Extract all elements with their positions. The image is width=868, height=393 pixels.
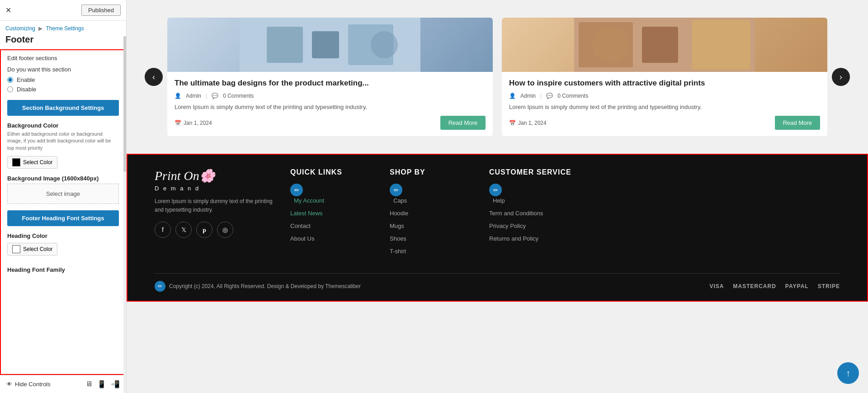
blog-prev-button[interactable]: ‹	[145, 68, 163, 86]
blog-card-2-date: 📅 Jan 1, 2024	[509, 120, 547, 126]
cs-help[interactable]: ✏ Help	[489, 184, 625, 204]
quick-link-latest-news[interactable]: Latest News	[290, 209, 381, 217]
shop-by-title: SHOP BY	[390, 168, 480, 176]
mobile-icon[interactable]: 📲	[111, 380, 120, 388]
quick-link-contact-label[interactable]: Contact	[290, 223, 311, 229]
svg-point-4	[371, 31, 398, 58]
footer-shop-by-col: SHOP BY ✏ Caps Hoodie Mugs Shoes	[390, 168, 480, 260]
quick-link-about-us-label[interactable]: About Us	[290, 235, 314, 242]
quick-link-my-account-label[interactable]: My Account	[294, 197, 324, 204]
comments-icon-2: 💬	[546, 93, 553, 99]
disable-radio-label[interactable]: Disable	[7, 86, 119, 93]
shop-by-shoes[interactable]: Shoes	[390, 234, 480, 242]
shop-by-hoodie-label[interactable]: Hoodie	[390, 210, 408, 217]
heading-font-label: Heading Font Family	[7, 266, 119, 273]
shop-by-tshirt-label[interactable]: T-shirt	[390, 248, 406, 255]
enable-disable-group: Enable Disable	[7, 76, 119, 93]
footer-desc: Lorem Ipsum is simply dummy text of the …	[155, 197, 281, 214]
scrollbar[interactable]	[123, 36, 126, 393]
blog-card-1: The ultimate bag designs for the product…	[167, 18, 493, 136]
blog-card-2: How to inspire customers with attractive…	[502, 18, 827, 136]
enable-label: Enable	[17, 76, 35, 83]
pinterest-icon[interactable]: 𝐩	[196, 222, 212, 238]
shop-by-list: ✏ Caps Hoodie Mugs Shoes T-shirt	[390, 184, 480, 255]
eye-icon: 👁	[6, 381, 12, 388]
tablet-icon[interactable]: 📱	[97, 380, 106, 388]
blog-card-1-comments: 0 Comments	[223, 93, 254, 99]
breadcrumb: Customizing ▶ Theme Settings	[0, 21, 126, 33]
cs-terms-label[interactable]: Term and Conditions	[489, 210, 543, 217]
blog-card-2-footer: 📅 Jan 1, 2024 Read More	[509, 116, 820, 130]
blog-next-button[interactable]: ›	[832, 68, 850, 86]
shop-by-tshirt[interactable]: T-shirt	[390, 247, 480, 255]
customer-service-title: CUSTOMER SERVICE	[489, 168, 625, 176]
shop-by-caps[interactable]: ✏ Caps	[390, 184, 480, 204]
footer-logo-sub: D e m a n d	[155, 185, 281, 192]
read-more-button-1[interactable]: Read More	[440, 116, 486, 130]
help-icon: ✏	[489, 184, 502, 196]
quick-link-my-account[interactable]: ✏ My Account	[290, 184, 381, 204]
svg-rect-8	[692, 20, 750, 70]
cs-returns-label[interactable]: Returns and Policy	[489, 235, 538, 242]
blog-img-placeholder-2	[502, 18, 827, 72]
cs-terms[interactable]: Term and Conditions	[489, 209, 625, 217]
published-button[interactable]: Published	[81, 5, 121, 16]
select-image-button[interactable]: Select image	[7, 184, 119, 204]
blog-card-1-meta: 👤 Admin | 💬 0 Comments	[175, 93, 486, 99]
color-swatch-1	[12, 158, 20, 166]
enable-radio[interactable]	[7, 77, 13, 83]
panel-top-bar: ✕ Published	[0, 0, 126, 21]
breadcrumb-theme-settings[interactable]: Theme Settings	[46, 25, 84, 32]
blog-card-1-author: Admin	[186, 93, 201, 99]
facebook-icon[interactable]: f	[155, 222, 171, 238]
cs-returns[interactable]: Returns and Policy	[489, 234, 625, 242]
instagram-icon[interactable]: ◎	[217, 222, 233, 238]
select-color-button-1[interactable]: Select Color	[7, 156, 57, 169]
left-panel: ✕ Published Customizing ▶ Theme Settings…	[0, 0, 127, 393]
shop-by-hoodie[interactable]: Hoodie	[390, 209, 480, 217]
payment-paypal: PAYPAL	[785, 283, 809, 289]
disable-label: Disable	[17, 86, 36, 93]
shop-by-mugs-label[interactable]: Mugs	[390, 223, 404, 229]
blog-card-2-body: How to inspire customers with attractive…	[502, 72, 827, 136]
breadcrumb-customizing[interactable]: Customizing	[5, 25, 35, 32]
copyright-text: Copyright (c) 2024, All Rights Reserved.…	[169, 283, 361, 289]
blog-card-1-image	[167, 18, 493, 72]
cs-help-label[interactable]: Help	[493, 197, 505, 204]
calendar-icon-2: 📅	[509, 120, 516, 126]
quick-link-latest-news-label[interactable]: Latest News	[290, 210, 323, 217]
shop-by-caps-label[interactable]: Caps	[393, 197, 407, 204]
select-color-button-2[interactable]: Select Color	[7, 243, 57, 256]
fab-button[interactable]: ↑	[837, 362, 859, 384]
shop-by-shoes-label[interactable]: Shoes	[390, 235, 406, 242]
desktop-icon[interactable]: 🖥	[85, 380, 93, 388]
panel-title: Footer	[0, 33, 126, 49]
quick-link-about-us[interactable]: About Us	[290, 234, 381, 242]
read-more-button-2[interactable]: Read More	[775, 116, 820, 130]
cs-privacy[interactable]: Privacy Policy	[489, 222, 625, 230]
footer-heading-font-button[interactable]: Footer Heading Font Settings	[7, 210, 119, 226]
logo-flower: 🌸	[199, 169, 215, 183]
close-button[interactable]: ✕	[5, 6, 11, 14]
shop-by-mugs[interactable]: Mugs	[390, 222, 480, 230]
blog-card-2-comments: 0 Comments	[557, 93, 588, 99]
disable-radio[interactable]	[7, 86, 13, 92]
svg-rect-1	[267, 27, 303, 63]
blog-card-2-desc: Lorem Ipsum is simply dummy text of the …	[509, 104, 820, 110]
section-question: Do you want this section	[7, 66, 119, 73]
blog-img-placeholder-1	[167, 18, 493, 72]
enable-radio-label[interactable]: Enable	[7, 76, 119, 83]
cs-privacy-label[interactable]: Privacy Policy	[489, 223, 526, 229]
footer-copyright: ✏ Copyright (c) 2024, All Rights Reserve…	[155, 281, 361, 292]
blog-card-1-title: The ultimate bag designs for the product…	[175, 78, 486, 88]
scrollbar-thumb[interactable]	[123, 36, 126, 172]
copyright-icon: ✏	[155, 281, 165, 292]
quick-links-title: QUICK LINKS	[290, 168, 381, 176]
section-bg-settings-button[interactable]: Section Background Settings	[7, 100, 119, 116]
footer-logo: Print On🌸	[155, 168, 281, 183]
hide-controls-label: Hide Controls	[15, 381, 51, 388]
twitter-icon[interactable]: 𝕏	[175, 222, 192, 238]
meta-separator-1: |	[206, 93, 207, 99]
hide-controls-button[interactable]: 👁 Hide Controls	[6, 381, 51, 388]
quick-link-contact[interactable]: Contact	[290, 222, 381, 230]
